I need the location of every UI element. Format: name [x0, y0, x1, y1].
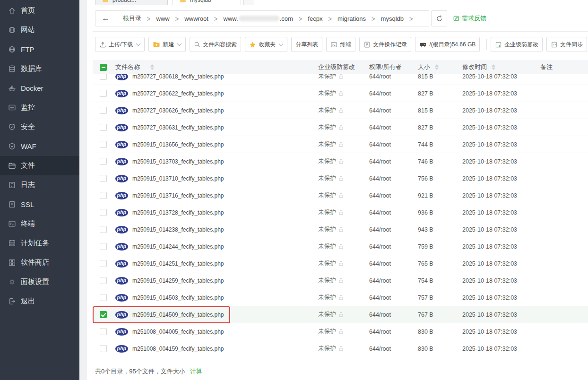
sidebar-item-home[interactable]: 首页 — [0, 1, 79, 20]
breadcrumb-migrations[interactable]: migrations — [337, 15, 366, 22]
sidebar-item-panel-settings[interactable]: 面板设置 — [0, 272, 79, 292]
table-row[interactable]: php m250915_014244_fecify_tables.php 未保护… — [93, 238, 588, 255]
table-row[interactable]: php m250727_030631_fecify_tables.php 未保护… — [93, 119, 588, 136]
column-header-mtime[interactable]: 修改时间 — [462, 63, 487, 71]
file-name[interactable]: m250727_030631_fecify_tables.php — [132, 124, 224, 131]
terminal-button[interactable]: 终端 — [326, 37, 355, 52]
file-name[interactable]: m250915_014509_fecify_tables.php — [132, 311, 224, 318]
sort-icon[interactable] — [150, 64, 154, 70]
sidebar-item-files[interactable]: 文件 — [0, 156, 79, 175]
table-row[interactable]: php m251008_004005_fecify_tables.php 未保护… — [93, 323, 588, 340]
file-name[interactable]: m250915_013716_fecify_tables.php — [132, 192, 224, 199]
row-checkbox[interactable] — [100, 175, 107, 182]
tamper-proof-button[interactable]: 企业级防篡改 — [491, 37, 543, 52]
sort-icon[interactable] — [435, 64, 439, 70]
file-name[interactable]: m250915_014244_fecify_tables.php — [132, 243, 224, 250]
refresh-button[interactable] — [431, 10, 447, 26]
table-row[interactable]: php m250915_013716_fecify_tables.php 未保护… — [93, 187, 588, 204]
file-name[interactable]: m250727_030622_fecify_tables.php — [132, 90, 224, 97]
tamper-status: 未保护 — [318, 242, 336, 250]
sidebar-item-docker[interactable]: Docker — [0, 78, 79, 98]
row-checkbox[interactable] — [100, 90, 107, 97]
sidebar-item-logout[interactable]: 退出 — [0, 292, 79, 311]
file-name[interactable]: m250727_030618_fecify_tables.php — [132, 74, 224, 80]
breadcrumb-root[interactable]: 根目录 — [123, 14, 141, 23]
file-name[interactable]: m250915_013728_fecify_tables.php — [132, 209, 224, 216]
table-row[interactable]: php m250915_013656_fecify_tables.php 未保护… — [93, 136, 588, 153]
sidebar-item-website[interactable]: 网站 — [0, 20, 79, 40]
disk-root-button[interactable]: /(根目录)54.66 GB — [415, 37, 480, 52]
row-checkbox[interactable] — [100, 294, 107, 301]
table-row[interactable]: php m250915_014251_fecify_tables.php 未保护… — [93, 255, 588, 272]
file-name[interactable]: m251008_004159_fecify_tables.php — [132, 345, 224, 352]
file-sync-button[interactable]: 文件同步 — [546, 37, 587, 52]
row-checkbox[interactable] — [100, 141, 107, 148]
breadcrumb-domain[interactable]: www..com — [224, 15, 293, 22]
sidebar-item-security[interactable]: 安全 — [0, 117, 79, 137]
row-checkbox[interactable] — [100, 192, 107, 199]
sidebar-item-ssl[interactable]: SSL — [0, 195, 79, 214]
row-checkbox[interactable] — [100, 226, 107, 233]
table-row[interactable]: php m250915_014503_fecify_tables.php 未保护… — [93, 289, 588, 306]
row-checkbox[interactable] — [100, 74, 107, 80]
column-header-size[interactable]: 大小 — [418, 63, 430, 71]
table-row[interactable]: php m250915_013703_fecify_tables.php 未保护… — [93, 153, 588, 170]
table-row[interactable]: php m250915_014259_fecify_tables.php 未保护… — [93, 272, 588, 289]
sidebar-item-ftp[interactable]: FTP — [0, 40, 79, 59]
file-name[interactable]: m250915_014503_fecify_tables.php — [132, 294, 224, 301]
table-row[interactable]: php m250727_030618_fecify_tables.php 未保护… — [93, 74, 588, 85]
file-name[interactable]: m250727_030626_fecify_tables.php — [132, 107, 224, 114]
row-checkbox[interactable] — [100, 107, 107, 114]
file-name[interactable]: m250915_014251_fecify_tables.php — [132, 260, 224, 267]
row-checkbox[interactable] — [100, 243, 107, 250]
file-name[interactable]: m251008_004005_fecify_tables.php — [132, 328, 224, 335]
table-row[interactable]: php m250915_014238_fecify_tables.php 未保护… — [93, 221, 588, 238]
file-name[interactable]: m250915_013703_fecify_tables.php — [132, 158, 224, 165]
table-row[interactable]: php m250915_013710_fecify_tables.php 未保护… — [93, 170, 588, 187]
sidebar-item-terminal[interactable]: 终端 — [0, 214, 79, 233]
row-checkbox[interactable] — [100, 328, 107, 335]
file-name[interactable]: m250915_014238_fecify_tables.php — [132, 226, 224, 233]
tab-product[interactable]: product... — [95, 0, 168, 5]
sidebar-item-cron[interactable]: 计划任务 — [0, 233, 79, 253]
share-list-button[interactable]: 分享列表 — [291, 37, 322, 52]
table-row[interactable]: php m250727_030622_fecify_tables.php 未保护… — [93, 85, 588, 102]
table-row[interactable]: php m250915_013728_fecify_tables.php 未保护… — [93, 204, 588, 221]
tab-mysqldb[interactable]: mysqldb — [173, 0, 241, 5]
sidebar-item-waf[interactable]: WAF — [0, 137, 79, 156]
sidebar-item-database[interactable]: 数据库 — [0, 59, 79, 78]
php-file-icon: php — [115, 311, 128, 319]
calculate-link[interactable]: 计算 — [190, 367, 202, 376]
favorites-button[interactable]: 收藏夹 — [245, 37, 287, 52]
breadcrumb-wwwroot[interactable]: wwwroot — [184, 15, 208, 22]
new-button[interactable]: 新建 — [148, 37, 186, 52]
table-row[interactable]: php m250727_030626_fecify_tables.php 未保护… — [93, 102, 588, 119]
file-name[interactable]: m250915_013710_fecify_tables.php — [132, 175, 224, 182]
select-all-checkbox[interactable] — [100, 64, 107, 71]
row-checkbox[interactable] — [100, 345, 107, 352]
row-checkbox[interactable] — [100, 158, 107, 165]
sidebar-item-app-store[interactable]: 软件商店 — [0, 253, 79, 272]
file-name[interactable]: m250915_014259_fecify_tables.php — [132, 277, 224, 284]
table-row[interactable]: php m251008_004159_fecify_tables.php 未保护… — [93, 340, 588, 357]
breadcrumb-www[interactable]: www — [156, 15, 170, 22]
sidebar-item-monitor[interactable]: 监控 — [0, 98, 79, 117]
back-button[interactable]: ← — [95, 11, 116, 26]
breadcrumb-mysqldb[interactable]: mysqldb — [381, 15, 404, 22]
row-checkbox[interactable] — [100, 277, 107, 284]
row-checkbox[interactable] — [100, 209, 107, 216]
file-oplog-button[interactable]: 文件操作记录 — [359, 37, 411, 52]
sort-icon[interactable] — [492, 64, 495, 70]
tab-add-button[interactable] — [243, 0, 254, 5]
upload-download-button[interactable]: 上传/下载 — [95, 37, 145, 52]
column-header-name[interactable]: 文件名称 — [115, 63, 140, 71]
file-name[interactable]: m250915_013656_fecify_tables.php — [132, 141, 224, 148]
breadcrumb-fecpx[interactable]: fecpx — [308, 15, 322, 22]
content-search-button[interactable]: 文件内容搜索 — [190, 37, 241, 52]
row-checkbox[interactable] — [100, 260, 107, 267]
sidebar-item-logs[interactable]: 日志 — [0, 175, 79, 195]
table-row[interactable]: php m250915_014509_fecify_tables.php 未保护… — [93, 306, 588, 323]
row-checkbox[interactable] — [100, 124, 107, 131]
row-checkbox[interactable] — [100, 311, 107, 318]
feedback-link[interactable]: 需求反馈 — [453, 14, 486, 23]
